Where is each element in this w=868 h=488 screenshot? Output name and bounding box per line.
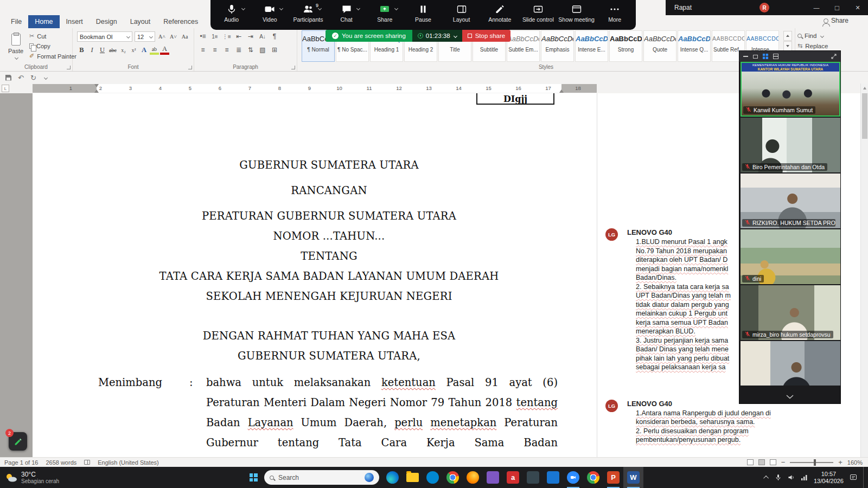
- increase-indent-button[interactable]: [246, 32, 255, 41]
- font-name-select[interactable]: Bookman Ol: [77, 31, 132, 42]
- highlight-color-button[interactable]: ab: [150, 45, 159, 55]
- language-label[interactable]: English (United States): [98, 459, 159, 466]
- chevron-down-icon[interactable]: [318, 7, 322, 10]
- styles-scroll-down-button[interactable]: [783, 41, 792, 51]
- subscript-button[interactable]: x₂: [119, 45, 128, 55]
- save-button[interactable]: [5, 75, 11, 81]
- speaker-view-icon[interactable]: [753, 55, 758, 59]
- zoom-slider[interactable]: [790, 462, 833, 463]
- volume-icon[interactable]: [788, 474, 795, 481]
- ribbon-tab[interactable]: Layout: [124, 15, 157, 28]
- style-chip[interactable]: AaBbCcDc Intense E...: [575, 30, 608, 62]
- font-size-select[interactable]: 12: [135, 31, 155, 42]
- ribbon-tab[interactable]: Design: [90, 15, 124, 28]
- style-chip[interactable]: AaBbCcDc Strong: [609, 30, 642, 62]
- hanging-indent-marker[interactable]: [94, 89, 99, 93]
- network-icon[interactable]: [801, 474, 808, 481]
- strikethrough-button[interactable]: abc: [108, 45, 118, 55]
- minimize-strip-icon[interactable]: [743, 56, 748, 57]
- comment-card[interactable]: LG LENOVO G40 1.Antara nama Ranpergub di…: [605, 399, 790, 445]
- sharing-timer[interactable]: 01:23:38: [412, 30, 462, 42]
- qat-customize-button[interactable]: [44, 75, 48, 79]
- taskbar-app-explorer[interactable]: [403, 467, 423, 488]
- ribbon-tab[interactable]: References: [157, 15, 205, 28]
- page-count-label[interactable]: Page 1 of 16: [4, 459, 38, 466]
- justify-button[interactable]: [234, 46, 243, 54]
- participant-video-tile[interactable]: RIZKI/RO. HUKUM SETDA PROV...: [741, 174, 840, 228]
- zoom-annotate-button[interactable]: Annotate: [482, 0, 517, 30]
- shading-button[interactable]: [258, 46, 267, 54]
- zoom-more-button[interactable]: More: [597, 0, 632, 30]
- styles-scroll-up-button[interactable]: [783, 31, 792, 41]
- gallery-view-icon[interactable]: [763, 54, 768, 59]
- underline-button[interactable]: U: [98, 45, 107, 55]
- bold-button[interactable]: B: [77, 45, 86, 55]
- word-share-button[interactable]: Share: [824, 17, 848, 24]
- format-painter-button[interactable]: Format Painter: [29, 53, 76, 60]
- tab-selector[interactable]: L: [2, 85, 9, 92]
- taskbar-app-firefox[interactable]: [463, 467, 483, 488]
- taskbar-app-purple[interactable]: [483, 467, 503, 488]
- read-mode-button[interactable]: [747, 459, 754, 465]
- maximize-button[interactable]: [827, 0, 847, 15]
- cut-button[interactable]: Cut: [29, 33, 76, 40]
- print-layout-button[interactable]: [758, 459, 765, 465]
- ribbon-tab[interactable]: Home: [28, 15, 59, 28]
- participant-video-tile[interactable]: mirza_biro hukum setdaprovsu: [741, 285, 840, 340]
- font-color-button[interactable]: A: [160, 45, 169, 55]
- align-center-button[interactable]: [210, 46, 219, 54]
- show-marks-button[interactable]: [270, 32, 279, 41]
- taskbar-app-blue2[interactable]: [543, 467, 563, 488]
- start-button[interactable]: [242, 467, 264, 488]
- paste-button[interactable]: Paste: [4, 31, 27, 63]
- bullets-button[interactable]: [199, 32, 207, 41]
- taskbar-app-word[interactable]: W: [623, 467, 643, 488]
- redo-button[interactable]: [30, 74, 36, 82]
- participant-video-tile[interactable]: Kanwil Kumham Sumut: [741, 62, 840, 117]
- grow-font-button[interactable]: A˄: [157, 32, 167, 42]
- paragraph-dialog-launcher[interactable]: [291, 66, 295, 69]
- show-desktop-button[interactable]: [863, 467, 866, 488]
- right-indent-marker[interactable]: [559, 89, 564, 93]
- annotation-fab[interactable]: 2: [9, 432, 27, 451]
- strip-view-icon[interactable]: [773, 54, 778, 59]
- zoom-in-button[interactable]: +: [838, 460, 843, 465]
- participant-video-tile[interactable]: Biro Pemerintahan dan Otda: [741, 118, 840, 172]
- document-scrollbar[interactable]: [860, 84, 868, 457]
- zoom-pause-button[interactable]: Pause: [406, 0, 441, 30]
- scrollbar-thumb[interactable]: [862, 93, 867, 139]
- multilevel-list-button[interactable]: [222, 32, 231, 41]
- stop-share-button[interactable]: Stop share: [462, 30, 511, 42]
- numbering-button[interactable]: [210, 32, 219, 41]
- scroll-up-icon[interactable]: [863, 87, 866, 89]
- scroll-participants-chevron[interactable]: [739, 395, 840, 399]
- style-chip[interactable]: AaBbCcDc Intense Q...: [678, 30, 711, 62]
- web-layout-button[interactable]: [770, 459, 776, 465]
- chevron-down-icon[interactable]: [394, 7, 398, 10]
- clock-widget[interactable]: 10:57 13/04/2026: [814, 471, 844, 485]
- sort-button[interactable]: [258, 32, 267, 41]
- ribbon-tab[interactable]: File: [4, 15, 28, 28]
- taskbar-app-zoom[interactable]: [563, 467, 583, 488]
- line-spacing-button[interactable]: [246, 46, 255, 54]
- hidden-icons-chevron[interactable]: [763, 476, 769, 481]
- borders-button[interactable]: [270, 46, 279, 54]
- style-chip[interactable]: AaBbCcDc Quote: [643, 30, 676, 62]
- participant-video-tile[interactable]: dini: [741, 229, 840, 284]
- superscript-button[interactable]: x²: [129, 45, 138, 55]
- taskbar-app-chrome[interactable]: [443, 467, 463, 488]
- italic-button[interactable]: I: [87, 45, 97, 55]
- align-right-button[interactable]: [222, 46, 231, 54]
- taskbar-app-edge[interactable]: [382, 467, 403, 488]
- zoom-slider-thumb[interactable]: [814, 459, 816, 466]
- decrease-indent-button[interactable]: [234, 32, 243, 41]
- first-line-indent-marker[interactable]: [94, 84, 99, 87]
- zoom-participants-button[interactable]: Participants 9: [291, 0, 326, 30]
- taskbar-app-browser[interactable]: [583, 467, 603, 488]
- taskbar-search[interactable]: Search: [264, 470, 379, 485]
- zoom-video-button[interactable]: Video: [252, 0, 287, 30]
- minimize-button[interactable]: [806, 0, 827, 15]
- ribbon-tab[interactable]: Insert: [60, 15, 90, 28]
- font-dialog-launcher[interactable]: [188, 66, 192, 69]
- participant-video-tile[interactable]: Muhammad Rafsanjani: [741, 341, 840, 386]
